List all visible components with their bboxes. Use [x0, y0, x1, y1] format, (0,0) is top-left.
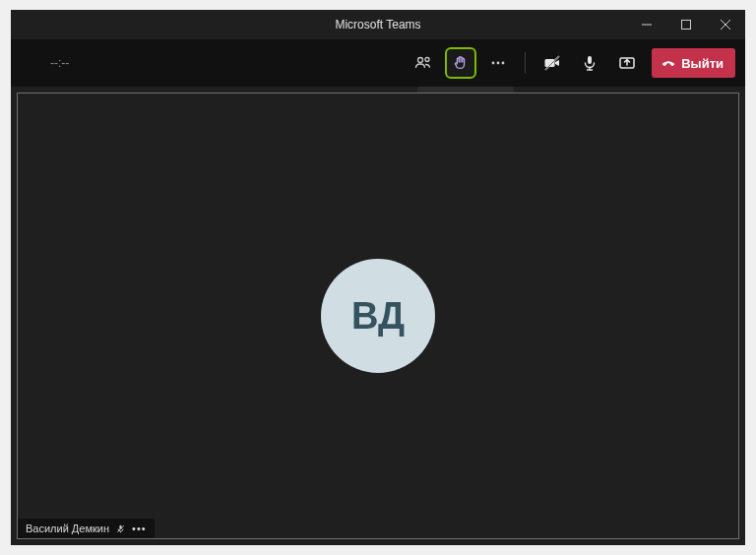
- svg-point-7: [497, 62, 500, 65]
- svg-point-4: [418, 58, 423, 63]
- camera-off-icon: [542, 53, 562, 73]
- participant-avatar: ВД: [321, 259, 435, 373]
- participant-label[interactable]: Василий Демкин •••: [18, 519, 155, 538]
- maximize-button[interactable]: [666, 10, 706, 39]
- minimize-icon: [642, 20, 652, 30]
- leave-button[interactable]: Выйти: [652, 48, 735, 78]
- svg-point-5: [425, 58, 429, 62]
- svg-point-6: [492, 62, 495, 65]
- minimize-button[interactable]: [627, 10, 666, 39]
- close-button[interactable]: [706, 10, 745, 39]
- svg-rect-12: [588, 56, 592, 64]
- close-icon: [721, 20, 730, 30]
- toolbar-divider: [525, 52, 526, 74]
- hand-icon: [452, 54, 470, 72]
- app-window: Microsoft Teams --:--: [11, 10, 745, 545]
- participants-button[interactable]: [408, 47, 439, 79]
- svg-point-8: [502, 62, 505, 65]
- participant-name: Василий Демкин: [26, 523, 109, 534]
- window-controls: [627, 10, 745, 39]
- call-toolbar: --:--: [11, 39, 745, 87]
- camera-button[interactable]: [536, 47, 568, 79]
- more-icon: [488, 53, 508, 73]
- participant-more-icon[interactable]: •••: [132, 523, 147, 534]
- raise-hand-button[interactable]: [445, 47, 476, 79]
- more-actions-button[interactable]: [482, 47, 514, 79]
- titlebar: Microsoft Teams: [11, 10, 745, 39]
- call-duration: --:--: [50, 56, 69, 70]
- hangup-icon: [660, 54, 677, 72]
- video-stage: ВД Василий Демкин •••: [17, 92, 739, 539]
- mic-muted-icon: [115, 524, 126, 534]
- avatar-initials: ВД: [351, 295, 405, 338]
- people-icon: [413, 53, 433, 73]
- microphone-button[interactable]: [574, 47, 605, 79]
- maximize-icon: [681, 20, 691, 30]
- microphone-icon: [580, 53, 599, 73]
- share-screen-button[interactable]: [611, 47, 643, 79]
- leave-label: Выйти: [681, 56, 724, 71]
- share-screen-icon: [617, 53, 637, 73]
- svg-rect-1: [682, 21, 691, 30]
